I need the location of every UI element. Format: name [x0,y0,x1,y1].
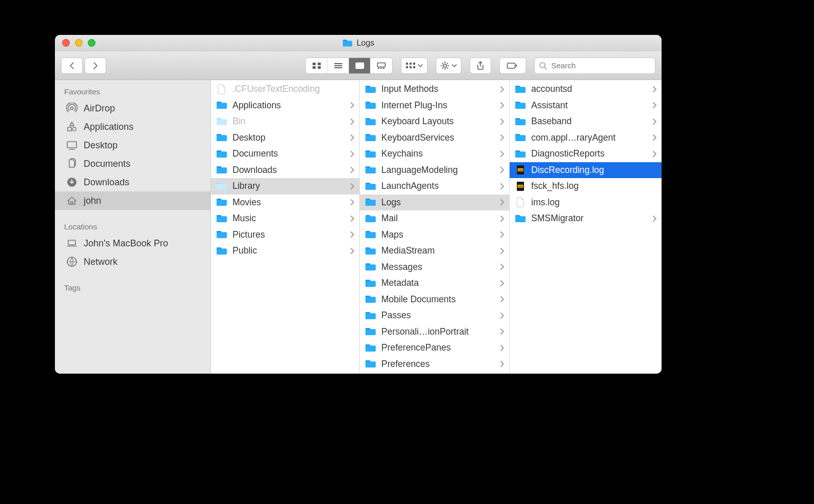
svg-line-26 [447,67,448,68]
list-item[interactable]: Internet Plug-Ins [360,98,509,114]
sidebar: FavouritesAirDropApplicationsDesktopDocu… [55,80,211,374]
list-item[interactable]: Assistant [510,98,662,114]
fullscreen-window-button[interactable] [88,39,95,47]
sidebar-item-downloads[interactable]: Downloads [55,173,210,191]
sidebar-section-header: Locations [55,220,210,234]
tags-button[interactable] [499,57,526,74]
view-columns-button[interactable] [349,58,371,73]
folder-icon [216,100,227,110]
list-item[interactable]: Music [211,210,359,227]
list-item[interactable]: Public [211,243,359,259]
list-item[interactable]: Input Methods [360,81,509,98]
list-item[interactable]: Metadata [360,275,509,292]
file-icon [515,197,526,207]
chevron-right-icon [350,216,354,222]
list-item[interactable]: Keychains [360,146,509,162]
view-icons-button[interactable] [306,58,327,73]
list-item[interactable]: Keyboard Layouts [360,113,509,130]
list-item[interactable]: Mail [360,210,509,227]
list-item[interactable]: Library [211,178,359,195]
svg-text:LOG: LOG [518,185,523,187]
list-item[interactable]: Maps [360,227,509,243]
list-item-label: Public [232,245,345,256]
sidebar-item-airdrop[interactable]: AirDrop [55,99,210,118]
sidebar-item-label: Documents [84,159,130,169]
view-gallery-button[interactable] [371,58,392,73]
chevron-right-icon [350,231,354,238]
svg-rect-3 [318,66,321,69]
list-item[interactable]: LOG fsck_hfs.log [510,178,662,195]
list-item[interactable]: Personali…ionPortrait [360,324,509,340]
laptop-icon [66,238,77,249]
svg-rect-13 [383,68,384,69]
list-item[interactable]: Bin [211,113,359,130]
list-item[interactable]: LanguageModeling [360,162,509,179]
list-item[interactable]: LaunchAgents [360,178,509,195]
list-item[interactable]: Downloads [211,162,359,179]
folder-icon [216,149,227,159]
search-field[interactable] [534,57,655,74]
chevron-right-icon [500,151,504,157]
list-item[interactable]: Pictures [211,227,359,243]
list-item-label: Internet Plug-Ins [381,100,495,111]
chevron-right-icon [350,167,354,173]
chevron-right-icon [350,102,354,108]
chevron-right-icon [652,119,656,125]
list-item[interactable]: Passes [360,307,509,324]
file-icon [216,84,227,94]
list-item-label: DiagnosticReports [531,148,647,159]
list-item[interactable]: .CFUserTextEncoding [211,81,359,98]
view-list-button[interactable] [327,58,349,73]
search-input[interactable] [550,61,651,70]
folder-icon [365,262,376,272]
list-item[interactable]: com.appl…raryAgent [510,130,662,146]
list-item[interactable]: Logs [360,195,509,211]
list-item[interactable]: DiagnosticReports [510,146,662,162]
list-item[interactable]: Baseband [510,113,662,130]
column-3: accountsd Assistant Baseband com.appl…ra… [510,80,662,374]
list-item[interactable]: Applications [211,98,359,114]
list-item[interactable]: LOG DiscRecording.log [510,162,662,179]
folder-icon [515,117,526,127]
chevron-right-icon [350,119,354,125]
list-item-label: Bin [232,116,345,127]
list-item[interactable]: KeyboardServices [360,130,509,146]
list-item[interactable]: Preferences [360,356,509,373]
group-by-button[interactable] [401,57,428,74]
share-button[interactable] [470,57,491,74]
list-item-label: PreferencePanes [381,342,495,353]
list-item[interactable]: MediaStream [360,243,509,259]
list-item-label: LanguageModeling [381,165,495,176]
list-item-label: accountsd [531,84,647,94]
list-item[interactable]: SMSMigrator [510,210,662,227]
forward-button[interactable] [85,57,106,74]
sidebar-item-john-s-macbook-pro[interactable]: John's MacBook Pro [55,234,210,253]
svg-point-29 [514,65,516,66]
sidebar-item-desktop[interactable]: Desktop [55,136,210,154]
svg-rect-36 [68,240,75,245]
sidebar-item-documents[interactable]: Documents [55,154,210,173]
sidebar-item-applications[interactable]: Applications [55,118,210,136]
sidebar-item-john[interactable]: john [55,191,210,210]
list-item[interactable]: accountsd [510,81,662,98]
chevron-down-icon [418,64,423,68]
list-item[interactable]: Movies [211,195,359,211]
action-menu-button[interactable] [436,57,461,74]
list-item[interactable]: Documents [211,146,359,162]
minimize-window-button[interactable] [75,39,83,47]
list-item[interactable]: ims.log [510,195,662,211]
log-file-icon: LOG [515,165,526,175]
folder-icon [515,132,526,143]
folder-icon [515,100,526,110]
list-item-label: Library [232,181,345,191]
sidebar-item-network[interactable]: Network [55,253,210,271]
back-button[interactable] [61,57,83,74]
folder-icon [365,181,376,191]
list-item[interactable]: Messages [360,259,509,276]
list-item[interactable]: Desktop [211,130,359,146]
list-item[interactable]: Mobile Documents [360,292,509,308]
share-icon [476,61,484,70]
list-item[interactable]: PreferencePanes [360,340,509,356]
close-window-button[interactable] [62,39,70,47]
list-item-label: Keyboard Layouts [381,116,495,127]
